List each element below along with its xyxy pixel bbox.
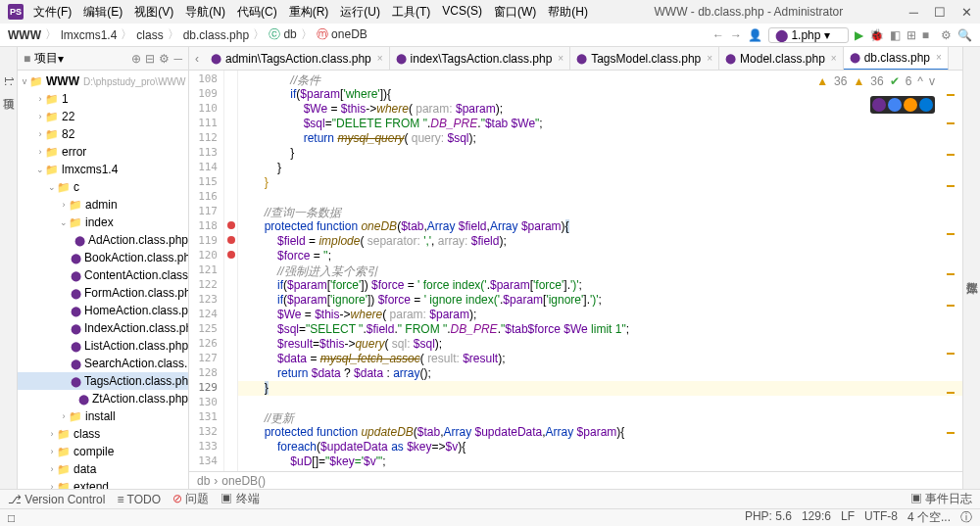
menu-item[interactable]: VCS(S) [442,4,482,21]
inspection-stats[interactable]: ▲36 ▲36 ✔6 ^v [816,74,935,88]
menu-item[interactable]: 文件(F) [33,4,72,21]
tab-prev[interactable]: ‹ [189,52,205,66]
breakpoint-margin[interactable] [224,71,238,471]
navigate-fwd-icon[interactable]: → [730,28,742,42]
debug-icon[interactable]: 🐞 [869,28,884,42]
editor-tab[interactable]: ⬤admin\TagsAction.class.php× [205,47,390,71]
tree-node[interactable]: ⬤IndexAction.class.php [18,319,188,337]
select-opened-icon[interactable]: ⊕ [131,52,141,66]
tree-node[interactable]: ›📁data [18,460,188,478]
tree-node[interactable]: ⌄📁lmxcms1.4 [18,161,188,178]
breadcrumb-item[interactable]: WWW [8,28,41,42]
menu-item[interactable]: 重构(R) [289,4,329,21]
todo-tool[interactable]: ≡ TODO [117,493,161,506]
php-version[interactable]: PHP: 5.6 [745,509,792,526]
run-config-select[interactable]: ⬤ 1.php ▾ [768,27,849,43]
navigate-back-icon[interactable]: ← [712,28,724,42]
tree-node[interactable]: ›📁compile [18,443,188,460]
tree-node[interactable]: ⬤AdAction.class.php [18,231,188,249]
terminal-tool[interactable]: ▣ 终端 [220,491,259,507]
tree-node[interactable]: ›📁22 [18,108,188,125]
project-tool[interactable]: 1: 项目 [0,76,17,489]
tree-header-label: 项目 [34,50,58,67]
caret-position[interactable]: 129:6 [802,509,831,526]
stop-icon[interactable]: ■ [922,28,929,42]
hide-icon[interactable]: ─ [173,52,182,66]
tree-node[interactable]: ⌄📁c [18,178,188,196]
edge-icon[interactable] [919,98,933,112]
close-tab-icon[interactable]: × [936,52,942,63]
firefox-icon[interactable] [904,98,917,112]
profile-icon[interactable]: ⊞ [906,28,916,42]
editor-tab[interactable]: ⬤Model.class.php× [719,47,844,71]
editor-tabs[interactable]: ‹⬤admin\TagsAction.class.php×⬤index\Tags… [189,47,962,71]
tree-node[interactable]: ›📁1 [18,90,188,108]
breadcrumb[interactable]: WWW〉lmxcms1.4〉class〉db.class.php〉ⓒ db〉ⓜ … [8,26,368,43]
code-area[interactable]: //条件 if($param['where']){ $We = $this->w… [238,71,962,471]
menu-item[interactable]: 编辑(E) [83,4,122,21]
line-separator[interactable]: LF [841,509,855,526]
tree-node[interactable]: ⬤HomeAction.class.php [18,302,188,319]
menu-item[interactable]: 窗口(W) [494,4,536,21]
minimize-icon[interactable]: ─ [909,5,918,20]
mem-indicator[interactable]: ⓘ [960,509,972,526]
file-encoding[interactable]: UTF-8 [864,509,898,526]
menu-item[interactable]: 运行(U) [340,4,380,21]
code-breadcrumb[interactable]: db›oneDB() [189,471,962,489]
database-tool[interactable]: 数据库 [962,47,980,489]
breadcrumb-item[interactable]: db.class.php [183,28,249,42]
tree-node[interactable]: ›📁admin [18,196,188,214]
tree-node[interactable]: ›📁error [18,143,188,161]
collapse-icon[interactable]: ⊟ [145,52,155,66]
breadcrumb-item[interactable]: ⓒ db [269,26,297,43]
breadcrumb-item[interactable]: class [136,28,163,42]
problems-tool[interactable]: ⊘ 问题 [172,491,209,507]
menu-item[interactable]: 帮助(H) [548,4,588,21]
indent-info[interactable]: 4 个空... [907,509,951,526]
tree-node[interactable]: ⬤ListAction.class.php [18,337,188,355]
tree-node[interactable]: ⬤SearchAction.class.php [18,355,188,372]
tree-node[interactable]: ›📁class [18,425,188,443]
chrome-icon[interactable] [888,98,902,112]
maximize-icon[interactable]: ☐ [934,5,946,20]
user-icon[interactable]: 👤 [748,28,762,42]
error-stripe[interactable] [947,74,956,471]
close-tab-icon[interactable]: × [377,53,383,64]
menu-item[interactable]: 视图(V) [134,4,173,21]
tree-node[interactable]: ›📁extend [18,478,188,489]
editor-tab[interactable]: ⬤db.class.php× [844,47,949,71]
line-gutter[interactable]: 1081091101111121131141151161171181191201… [189,71,224,471]
tree-node[interactable]: ⬤ContentAction.class.php [18,266,188,284]
tree-node[interactable]: ›📁install [18,407,188,425]
editor-tab[interactable]: ⬤index\TagsAction.class.php× [390,47,571,71]
tree-root[interactable]: v📁WWWD:\phpstudy_pro\WWW [18,72,188,90]
coverage-icon[interactable]: ◧ [890,28,901,42]
run-icon[interactable]: ▶ [855,28,863,42]
close-tab-icon[interactable]: × [707,53,712,64]
version-control-tool[interactable]: ⎇ Version Control [8,493,105,506]
settings-icon[interactable]: ⚙ [941,28,952,42]
tree-node[interactable]: ⬤TagsAction.class.php [18,372,188,390]
tree-node[interactable]: ⌄📁index [18,214,188,231]
tree-node[interactable]: ⬤FormAction.class.php [18,284,188,302]
menu-item[interactable]: 导航(N) [185,4,225,21]
menu-item[interactable]: 代码(C) [237,4,277,21]
tree-node[interactable]: ›📁82 [18,125,188,143]
tree-node[interactable]: ⬤BookAction.class.php [18,249,188,266]
breadcrumb-item[interactable]: ⓜ oneDB [317,26,368,43]
tree-node[interactable]: ⬤ZtAction.class.php [18,390,188,407]
search-icon[interactable]: 🔍 [957,28,972,42]
breadcrumb-item[interactable]: lmxcms1.4 [61,28,117,42]
menu-item[interactable]: 工具(T) [392,4,430,21]
main-menu[interactable]: 文件(F)编辑(E)视图(V)导航(N)代码(C)重构(R)运行(U)工具(T)… [33,4,588,21]
phpstorm-icon[interactable] [872,98,886,112]
event-log-tool[interactable]: ▣ 事件日志 [910,491,972,507]
window-title: WWW - db.class.php - Administrator [588,5,909,19]
close-tab-icon[interactable]: × [831,53,837,64]
browser-icons[interactable] [870,96,935,114]
project-tree[interactable]: ■ 项目 ▾ ⊕ ⊟ ⚙ ─ v📁WWWD:\phpstudy_pro\WWW … [18,47,189,489]
close-icon[interactable]: ✕ [961,5,972,20]
editor-tab[interactable]: ⬤TagsModel.class.php× [570,47,719,71]
tree-settings-icon[interactable]: ⚙ [159,52,170,66]
close-tab-icon[interactable]: × [558,53,564,64]
